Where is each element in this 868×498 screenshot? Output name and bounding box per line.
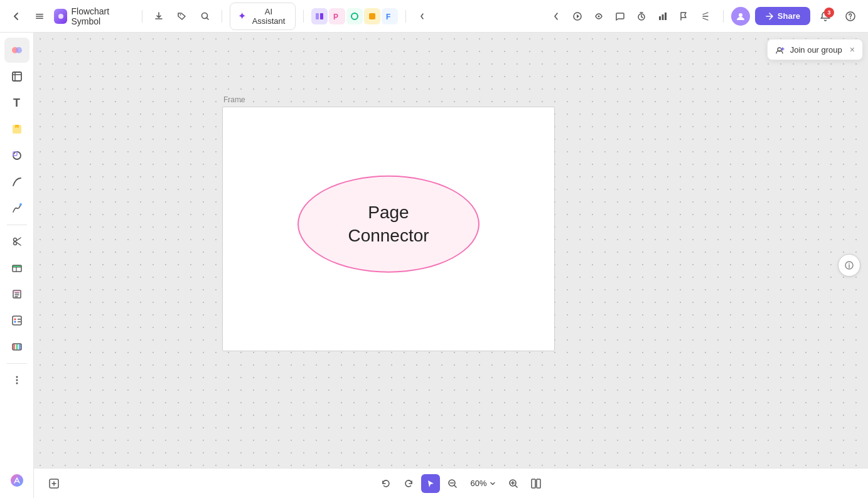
download-button[interactable] (150, 6, 168, 26)
collab-icon-4 (364, 8, 380, 24)
join-group-label: Join our group (790, 45, 842, 55)
sidebar-scissors-button[interactable] (4, 229, 29, 254)
svg-point-34 (14, 319, 16, 321)
svg-rect-17 (665, 13, 667, 20)
sidebar-connector-button[interactable] (4, 169, 29, 194)
sidebar-chart-button[interactable] (4, 308, 29, 333)
svg-point-26 (19, 203, 22, 206)
sidebar-palette-button[interactable] (4, 334, 29, 359)
right-comment-button[interactable] (610, 6, 630, 26)
zoom-level[interactable]: 60% (465, 476, 500, 490)
search-button[interactable] (196, 6, 214, 26)
top-bar-left: Flowchart Symbol ✦ AI Assistant (8, 3, 432, 30)
svg-rect-38 (16, 344, 18, 349)
zoom-out-button[interactable] (442, 474, 463, 494)
top-bar-right: Share 3 (437, 6, 861, 26)
join-group-close-button[interactable]: × (850, 45, 855, 55)
svg-rect-1 (36, 16, 43, 17)
right-back-button[interactable] (546, 6, 566, 26)
page-connector-oval[interactable]: Page Connector (297, 176, 480, 273)
right-toolbar-icons (546, 6, 715, 26)
add-panel-button[interactable] (44, 474, 64, 494)
collab-icon-2: P (329, 8, 345, 24)
svg-point-3 (179, 14, 181, 15)
sidebar-gradient-button[interactable] (4, 38, 29, 63)
ai-assistant-button[interactable]: ✦ AI Assistant (230, 3, 296, 30)
collab-icon-1 (311, 8, 328, 24)
sidebar-text-button[interactable]: T (4, 90, 29, 115)
app-title: Flowchart Symbol (54, 6, 134, 26)
info-button[interactable] (838, 254, 860, 277)
svg-rect-22 (13, 72, 21, 81)
ai-assistant-label: AI Assistant (250, 7, 287, 26)
user-avatar (731, 7, 750, 26)
app-icon (54, 9, 68, 24)
app-title-text: Flowchart Symbol (71, 6, 134, 26)
bottom-center: 60% (376, 474, 545, 494)
panels-button[interactable] (526, 474, 546, 494)
zoom-chevron-icon (490, 480, 496, 487)
svg-point-8 (351, 13, 358, 19)
menu-button[interactable] (31, 6, 49, 26)
svg-marker-12 (577, 14, 579, 18)
svg-point-45 (849, 263, 850, 264)
share-button[interactable]: Share (755, 7, 810, 25)
page-connector-wrapper: Page Connector (297, 176, 480, 273)
chevron-left-button[interactable] (414, 6, 432, 26)
bottom-bar: 60% (34, 468, 868, 498)
right-play-button[interactable] (567, 6, 587, 26)
frame-box[interactable]: Page Connector (222, 107, 555, 351)
canvas-area[interactable]: Frame Page Connector (34, 33, 868, 498)
zoom-value: 60% (470, 479, 486, 488)
svg-point-35 (14, 321, 16, 323)
svg-point-40 (16, 376, 18, 378)
right-more-button[interactable] (695, 6, 715, 26)
frame-label: Frame (222, 95, 555, 104)
sidebar-frame-button[interactable] (4, 64, 29, 89)
cursor-tool-active[interactable] (421, 474, 440, 493)
svg-point-13 (597, 15, 599, 17)
sidebar-textlist-button[interactable] (4, 282, 29, 307)
join-group-banner: Join our group × (767, 39, 863, 60)
sidebar-plugin-button[interactable] (4, 468, 29, 493)
left-sidebar: T (0, 33, 34, 498)
redo-button[interactable] (399, 474, 419, 494)
right-flag-button[interactable] (674, 6, 694, 26)
text-icon: T (13, 97, 20, 110)
svg-rect-39 (19, 344, 21, 349)
svg-rect-37 (13, 344, 15, 349)
sidebar-more-button[interactable] (4, 368, 29, 393)
zoom-in-button[interactable] (503, 474, 523, 494)
svg-rect-49 (532, 479, 535, 488)
svg-rect-2 (36, 18, 43, 19)
svg-point-41 (16, 379, 18, 381)
top-bar: Flowchart Symbol ✦ AI Assistant (0, 0, 868, 33)
help-button[interactable] (840, 6, 860, 26)
svg-point-42 (16, 383, 18, 384)
svg-rect-15 (659, 16, 661, 20)
notification-button[interactable]: 3 (815, 6, 835, 26)
right-animate-button[interactable] (589, 6, 609, 26)
svg-text:P: P (333, 13, 338, 21)
frame-wrapper: Frame Page Connector (222, 95, 555, 351)
right-timer-button[interactable] (631, 6, 651, 26)
svg-point-18 (739, 13, 742, 17)
tag-button[interactable] (173, 6, 191, 26)
sidebar-draw-button[interactable] (4, 196, 29, 221)
svg-point-27 (13, 238, 16, 241)
svg-text:F: F (386, 13, 390, 21)
sidebar-table-button[interactable] (4, 255, 29, 280)
collab-icon-3 (346, 8, 363, 24)
svg-rect-6 (320, 13, 323, 19)
svg-rect-33 (13, 316, 21, 325)
right-chart-button[interactable] (653, 6, 673, 26)
svg-point-43 (11, 474, 23, 487)
svg-point-21 (16, 47, 22, 53)
sidebar-sticky-button[interactable] (4, 117, 29, 142)
undo-button[interactable] (376, 474, 396, 494)
svg-rect-50 (537, 479, 540, 488)
sidebar-shape-button[interactable] (4, 143, 29, 168)
back-button[interactable] (8, 6, 26, 26)
collab-tool-icons: P F (311, 8, 398, 24)
page-connector-text: Page Connector (348, 201, 429, 247)
